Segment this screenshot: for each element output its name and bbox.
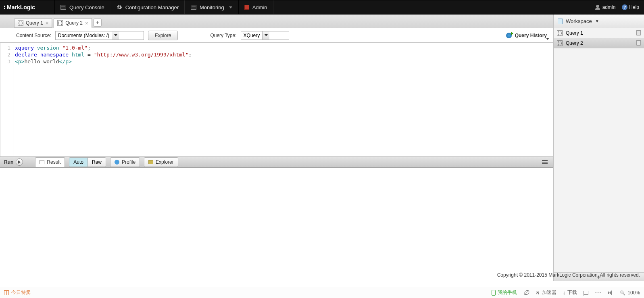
tab-label: Result	[47, 159, 60, 165]
monitor-icon	[191, 5, 196, 10]
sb-hot-sale[interactable]: 今日特卖	[4, 289, 31, 296]
browser-status-bar: 今日特卖 我的手机 ∅ ✈ 加速器 下载 100%	[0, 287, 644, 298]
nav-admin[interactable]: Admin	[238, 0, 273, 14]
tab-label: Query 1	[26, 20, 43, 26]
sound-icon	[608, 290, 613, 295]
nav-label: Query Console	[69, 4, 104, 10]
nav-label: Configuration Manager	[125, 4, 179, 10]
nav-monitoring[interactable]: Monitoring	[185, 0, 238, 14]
nav-label: Admin	[252, 4, 267, 10]
run-button[interactable]: Run	[4, 158, 31, 166]
trash-icon[interactable]	[636, 31, 641, 35]
close-icon[interactable]: ×	[46, 21, 49, 26]
token-punct: =	[84, 52, 94, 58]
auto-toggle[interactable]: Auto	[69, 158, 88, 167]
gift-icon	[4, 290, 9, 295]
token-ident: html	[72, 52, 84, 58]
folder-icon	[148, 160, 153, 164]
explorer-tab[interactable]: Explorer	[144, 157, 178, 167]
add-tab-button[interactable]: +	[94, 19, 102, 27]
workspace-panel: Workspace ▼ ⟨⟩ Query 1 ⟨⟩ Query 2 +	[553, 15, 644, 281]
results-area	[0, 168, 553, 281]
workspace-dropdown[interactable]: Workspace ▼	[554, 15, 644, 28]
token-string: "1.0-ml"	[62, 45, 88, 51]
tab-label: Profile	[122, 159, 135, 165]
sb-slash[interactable]: ∅	[523, 289, 529, 296]
token-tag: </p>	[59, 58, 72, 65]
workspace-list: ⟨⟩ Query 1 ⟨⟩ Query 2	[554, 28, 644, 272]
current-user[interactable]: admin	[595, 4, 616, 10]
top-nav: MarkLogic Query Console Configuration Ma…	[0, 0, 644, 15]
result-tab[interactable]: Result	[35, 157, 65, 167]
select-value: Documents (Modules: /)	[56, 33, 112, 38]
profile-tab[interactable]: Profile	[110, 157, 140, 167]
item-label: Query 2	[566, 40, 633, 46]
explore-button[interactable]: Explore	[148, 31, 178, 40]
select-value: XQuery	[241, 33, 263, 38]
token-string: "http://www.w3.org/1999/xhtml"	[94, 52, 189, 58]
app-logo: MarkLogic	[0, 0, 54, 14]
help-text: Help	[629, 4, 639, 10]
play-icon	[16, 158, 23, 166]
workspace-item[interactable]: ⟨⟩ Query 2	[554, 38, 644, 48]
close-icon[interactable]: ×	[85, 21, 88, 26]
tab-label: Explorer	[156, 159, 174, 165]
brand-text: MarkLogic	[7, 4, 35, 10]
tab-query-1[interactable]: ⟨⟩ Query 1 ×	[14, 18, 52, 28]
query-icon: ⟨⟩	[557, 40, 563, 46]
profile-icon	[115, 160, 119, 165]
download-icon	[563, 290, 566, 296]
copyright-text: Copyright © 2011-2015 MarkLogic Corporat…	[497, 272, 640, 278]
tab-label: Query 2	[65, 20, 83, 26]
line-gutter: 123	[0, 43, 13, 156]
query-icon: ⟨⟩	[57, 20, 63, 26]
code-editor[interactable]: 123 xquery version "1.0-ml"; declare nam…	[0, 43, 553, 156]
query-type-select[interactable]: XQuery	[241, 31, 289, 40]
main-area: ⟨⟩ Query 1 × ⟨⟩ Query 2 × + Content Sour…	[0, 15, 644, 281]
sb-more[interactable]	[595, 289, 601, 296]
sb-my-phone[interactable]: 我的手机	[492, 289, 517, 296]
history-label: Query History	[515, 33, 547, 38]
nav-query-console[interactable]: Query Console	[54, 0, 110, 14]
token-text: hello world	[24, 58, 59, 65]
user-name: admin	[602, 4, 616, 10]
workspace-item[interactable]: ⟨⟩ Query 1	[554, 28, 644, 38]
tabs-bar: ⟨⟩ Query 1 × ⟨⟩ Query 2 × +	[0, 15, 553, 28]
nav-config-manager[interactable]: Configuration Manager	[110, 0, 185, 14]
content-source-select[interactable]: Documents (Modules: /)	[55, 31, 144, 40]
sb-accel[interactable]: ✈ 加速器	[536, 289, 556, 296]
sb-zoom[interactable]: 100%	[620, 290, 640, 296]
workspace-title: Workspace	[566, 18, 592, 24]
token-tag: <p>	[15, 58, 24, 65]
sb-sound[interactable]	[608, 290, 613, 295]
raw-toggle[interactable]: Raw	[88, 158, 106, 167]
menu-button[interactable]	[540, 158, 549, 166]
rocket-icon: ✈	[534, 289, 541, 296]
result-bar: Run Result Auto Raw Profile Explorer	[0, 156, 553, 168]
sb-flag[interactable]	[584, 291, 588, 295]
admin-icon	[244, 5, 249, 10]
token-keyword: declare	[15, 52, 37, 58]
slash-icon: ∅	[523, 289, 529, 296]
token-keyword: namespace	[40, 52, 69, 58]
tab-query-2[interactable]: ⟨⟩ Query 2 ×	[54, 18, 92, 28]
sb-label: 下载	[567, 289, 577, 296]
run-label: Run	[4, 159, 13, 165]
workspace-icon	[558, 19, 563, 24]
query-icon: ⟨⟩	[557, 30, 563, 36]
sb-label: 今日特卖	[11, 289, 31, 296]
trash-icon[interactable]	[636, 41, 641, 46]
query-history-button[interactable]: Query History	[506, 32, 549, 39]
code-body[interactable]: xquery version "1.0-ml"; declare namespa…	[13, 43, 553, 156]
token-punct: ;	[88, 45, 91, 51]
editor-toolbar: Content Source: Documents (Modules: /) E…	[0, 28, 553, 43]
more-icon	[595, 289, 601, 296]
sb-download[interactable]: 下载	[563, 289, 577, 296]
sb-label: 加速器	[542, 289, 556, 296]
chevron-down-icon	[112, 31, 119, 40]
console-icon	[60, 5, 66, 10]
zoom-icon	[620, 290, 625, 296]
format-toggle: Auto Raw	[69, 157, 106, 167]
help-link[interactable]: ? Help	[622, 4, 639, 10]
history-icon	[506, 32, 513, 39]
